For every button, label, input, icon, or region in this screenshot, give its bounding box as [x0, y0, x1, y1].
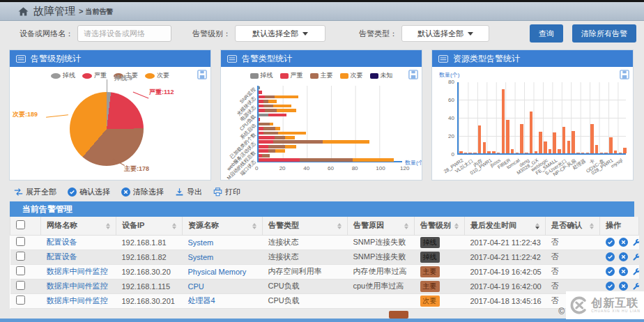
- save-chart-icon[interactable]: [620, 70, 629, 79]
- resource-bar[interactable]: [478, 125, 482, 153]
- tools-icon[interactable]: [632, 268, 639, 276]
- resource-bar[interactable]: [600, 153, 604, 153]
- resource-bar[interactable]: [473, 153, 477, 153]
- resource-bar[interactable]: [609, 137, 613, 153]
- sort-icon[interactable]: [404, 223, 409, 229]
- resource-bar[interactable]: [516, 153, 519, 153]
- resource-bar[interactable]: [576, 153, 580, 153]
- clear-alarm-icon[interactable]: [619, 282, 628, 291]
- sort-icon[interactable]: [454, 223, 459, 229]
- column-header-最后发生时间[interactable]: 最后发生时间: [465, 217, 546, 235]
- resource-bar[interactable]: [497, 153, 500, 153]
- confirm-alarm-icon[interactable]: [606, 252, 615, 261]
- sort-icon[interactable]: [172, 223, 177, 229]
- resource-bar[interactable]: [586, 153, 590, 153]
- confirm-alarm-icon[interactable]: [606, 282, 615, 291]
- resource-bar[interactable]: [553, 132, 556, 153]
- row-checkbox[interactable]: [16, 252, 25, 261]
- row-checkbox[interactable]: [16, 237, 25, 246]
- column-header-设备IP[interactable]: 设备IP: [116, 217, 183, 235]
- sort-icon[interactable]: [535, 223, 540, 229]
- legend-item-次要[interactable]: 次要: [340, 71, 363, 80]
- table-row[interactable]: 数据库中间件监控192.168.1.115CPUCPU负载cpu使用率过高主要2…: [10, 279, 639, 293]
- resource-bar[interactable]: [558, 149, 561, 154]
- resource-bar[interactable]: [525, 153, 528, 153]
- clear-alarm-icon[interactable]: [619, 267, 628, 276]
- resource-bar[interactable]: [511, 149, 514, 154]
- resource-bar[interactable]: [619, 153, 622, 153]
- resource-bar[interactable]: [487, 151, 491, 153]
- table-row[interactable]: 配置设备192.168.1.82System连接状态SNMP连接失败掉线2017…: [10, 250, 639, 264]
- column-header-告警原因[interactable]: 告警原因: [348, 217, 415, 235]
- row-checkbox[interactable]: [16, 296, 25, 305]
- confirm-alarm-icon[interactable]: [606, 238, 615, 247]
- clear-alarm-icon[interactable]: [619, 252, 628, 261]
- resource-bar[interactable]: [468, 153, 472, 153]
- resource-bar[interactable]: [483, 142, 486, 153]
- resource-bar[interactable]: [572, 131, 575, 154]
- resource-bar[interactable]: [539, 132, 542, 153]
- column-header-资源名称[interactable]: 资源名称: [183, 217, 263, 235]
- home-icon[interactable]: [18, 7, 29, 16]
- resource-bar[interactable]: [581, 153, 585, 153]
- column-header-告警类型[interactable]: 告警类型: [263, 217, 348, 235]
- query-button[interactable]: 查询: [530, 24, 563, 43]
- resource-bar[interactable]: [506, 120, 509, 153]
- alarm-type-dropdown[interactable]: 默认选择全部: [401, 25, 489, 42]
- toolbar-print[interactable]: 打印: [213, 187, 240, 197]
- row-checkbox[interactable]: [16, 281, 25, 290]
- tools-icon[interactable]: [632, 282, 639, 291]
- resource-bar[interactable]: [544, 141, 547, 153]
- resource-bar[interactable]: [604, 153, 608, 153]
- resource-bar[interactable]: [590, 124, 594, 153]
- sort-icon[interactable]: [106, 223, 111, 229]
- resource-bar[interactable]: [520, 124, 523, 153]
- resource-bar[interactable]: [502, 89, 505, 153]
- table-row[interactable]: 数据库中间件监控192.168.30.201处理器4CPU负载次要2017-04…: [10, 293, 639, 308]
- toolbar-clear[interactable]: 清除选择: [121, 187, 164, 197]
- expand-icon: [14, 187, 23, 197]
- resource-bar[interactable]: [623, 148, 627, 153]
- resource-bar[interactable]: [464, 153, 468, 153]
- toolbar-expand[interactable]: 展开全部: [14, 187, 56, 197]
- resource-bar[interactable]: [567, 141, 571, 153]
- sort-icon[interactable]: [252, 223, 257, 229]
- resource-bar[interactable]: [595, 145, 599, 153]
- sort-icon[interactable]: [337, 223, 342, 229]
- column-header-告警级别[interactable]: 告警级别: [415, 217, 465, 235]
- legend-marker-icon: [280, 73, 289, 79]
- legend-item-严重[interactable]: 严重: [82, 71, 107, 80]
- row-checkbox[interactable]: [16, 266, 25, 275]
- toolbar-export[interactable]: 导出: [175, 187, 202, 197]
- sort-icon[interactable]: [590, 223, 595, 229]
- alarm-level-dropdown[interactable]: 默认选择全部: [235, 25, 325, 42]
- column-label: 告警类型: [268, 221, 299, 229]
- table-row[interactable]: 数据库中间件监控192.168.30.20Physical Memory内存空间…: [10, 264, 639, 279]
- table-row[interactable]: 配置设备192.168.1.81System连接状态SNMP连接失败掉线2017…: [10, 235, 639, 250]
- confirm-alarm-icon[interactable]: [606, 267, 615, 276]
- legend-item-掉线[interactable]: 掉线: [250, 71, 273, 80]
- resource-bar[interactable]: [492, 151, 496, 153]
- device-search-input[interactable]: [77, 25, 171, 42]
- resource-bar[interactable]: [549, 149, 552, 154]
- column-header-是否确认[interactable]: 是否确认: [546, 217, 600, 235]
- clear-all-alarms-button[interactable]: 清除所有告警: [572, 24, 636, 43]
- legend-item-未知[interactable]: 未知: [370, 71, 393, 80]
- legend-item-严重[interactable]: 严重: [280, 71, 303, 80]
- select-all-checkbox[interactable]: [16, 220, 25, 229]
- column-header-网络名称[interactable]: 网络名称: [41, 217, 116, 235]
- resource-bar[interactable]: [562, 127, 566, 153]
- legend-item-次要[interactable]: 次要: [145, 71, 169, 80]
- resource-bar[interactable]: [614, 151, 618, 153]
- legend-item-掉线[interactable]: 掉线: [51, 71, 75, 80]
- resource-bar[interactable]: [459, 151, 463, 153]
- legend-item-主要[interactable]: 主要: [310, 71, 333, 80]
- resource-bar[interactable]: [535, 151, 538, 153]
- tools-icon[interactable]: [632, 238, 639, 247]
- tools-icon[interactable]: [632, 253, 639, 261]
- toolbar-confirm[interactable]: 确认选择: [68, 187, 110, 197]
- alarm-level-pie[interactable]: [70, 92, 144, 166]
- resource-bar[interactable]: [530, 112, 533, 153]
- clear-alarm-icon[interactable]: [619, 238, 628, 247]
- row-checkbox-cell: [10, 279, 41, 293]
